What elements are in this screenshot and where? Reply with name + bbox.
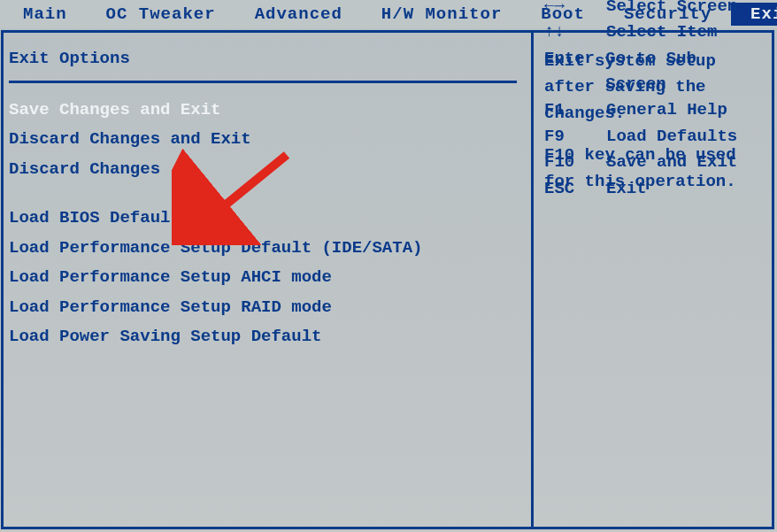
menu-load-perf-ahci[interactable]: Load Performance Setup AHCI mode — [9, 263, 531, 292]
tab-oc-tweaker[interactable]: OC Tweaker — [87, 3, 235, 26]
nav-select-screen: ←→ Select Screen — [544, 0, 765, 19]
nav-f1: F1 General Help — [544, 97, 765, 123]
nav-label: Select Screen — [606, 0, 737, 19]
tab-hw-monitor[interactable]: H/W Monitor — [362, 3, 521, 26]
nav-label: Load Defaults — [606, 124, 737, 150]
menu-save-changes-exit[interactable]: Save Changes and Exit — [9, 96, 531, 125]
menu-discard-changes[interactable]: Discard Changes — [9, 155, 531, 184]
nav-label: Select Item — [606, 19, 717, 45]
menu-load-perf-raid[interactable]: Load Performance Setup RAID mode — [9, 293, 531, 322]
menu-load-power-saving[interactable]: Load Power Saving Setup Default — [9, 322, 531, 351]
section-title: Exit Options — [9, 49, 531, 81]
tab-advanced[interactable]: Advanced — [235, 3, 362, 26]
nav-key: ESC — [544, 176, 606, 202]
nav-enter: Enter Go to Sub Screen — [544, 46, 765, 98]
nav-f9: F9 Load Defaults — [544, 124, 765, 150]
nav-key: F9 — [544, 124, 606, 150]
menu-load-bios-defaults[interactable]: Load BIOS Defaults — [9, 204, 531, 233]
tab-main[interactable]: Main — [4, 3, 87, 26]
nav-key: Enter — [544, 46, 605, 98]
nav-key: F1 — [544, 97, 606, 123]
nav-esc: ESC Exit — [544, 176, 765, 202]
nav-help: ←→ Select Screen ↑↓ Select Item Enter Go… — [544, 0, 765, 202]
nav-key: ↑↓ — [544, 19, 606, 45]
menu-load-perf-ide-sata[interactable]: Load Performance Setup Default (IDE/SATA… — [9, 234, 531, 263]
nav-label: Save and Exit — [606, 150, 737, 175]
left-panel: Exit Options Save Changes and Exit Disca… — [4, 33, 531, 352]
bios-screen: Main OC Tweaker Advanced H/W Monitor Boo… — [0, 0, 777, 532]
nav-label: Exit — [606, 176, 647, 202]
nav-f10: F10 Save and Exit — [544, 150, 765, 175]
spacer — [9, 184, 531, 204]
right-panel: Exit system setup after saving the chang… — [534, 33, 773, 211]
menu-discard-changes-exit[interactable]: Discard Changes and Exit — [9, 125, 531, 154]
nav-select-item: ↑↓ Select Item — [544, 19, 765, 45]
nav-label: Go to Sub Screen — [605, 46, 765, 98]
nav-key: F10 — [544, 150, 606, 175]
nav-label: General Help — [606, 97, 727, 123]
nav-key: ←→ — [544, 0, 606, 19]
content-frame: Exit Options Save Changes and Exit Disca… — [1, 30, 774, 529]
horizontal-rule — [9, 81, 517, 83]
